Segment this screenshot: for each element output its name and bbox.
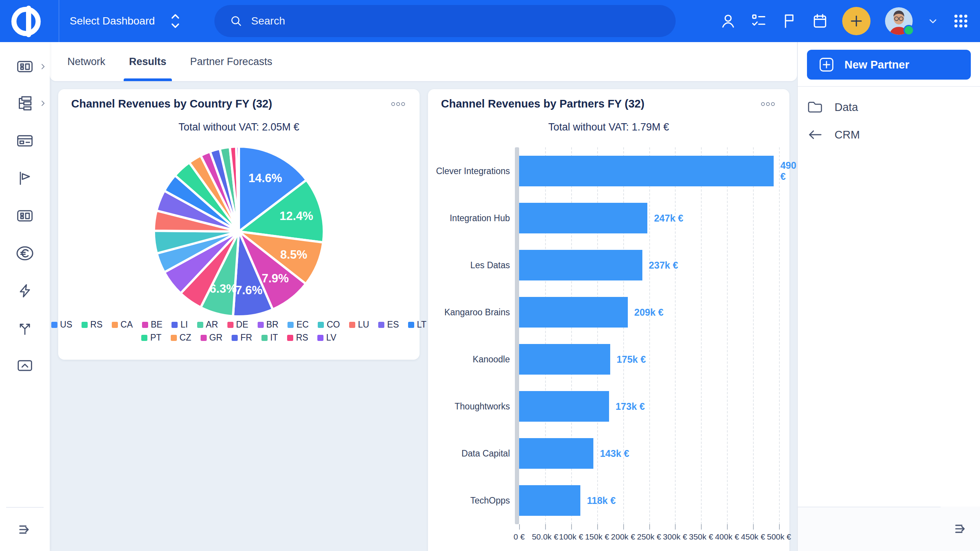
bar-value-label: 175k € xyxy=(617,354,646,365)
legend-item-LI[interactable]: LI xyxy=(172,320,188,330)
panel-item-data[interactable]: Data xyxy=(807,96,972,119)
panel-item-crm[interactable]: CRM xyxy=(807,123,972,146)
sidebar-divider xyxy=(6,507,44,508)
new-partner-button[interactable]: New Partner xyxy=(807,50,971,80)
search-input[interactable]: Search xyxy=(214,5,676,37)
user-icon[interactable] xyxy=(720,13,737,29)
legend-swatch xyxy=(51,322,57,328)
legend-swatch xyxy=(349,322,355,328)
bar-data-capital[interactable] xyxy=(519,438,593,469)
bar-techopps[interactable] xyxy=(519,485,580,516)
bar-category-label: Clever Integrations xyxy=(428,166,510,176)
sidebar-expand-button[interactable] xyxy=(0,516,50,543)
legend-item-LT[interactable]: LT xyxy=(408,320,426,330)
bar-chart-card: Channel Revenues by Partners FY (32) Tot… xyxy=(428,89,789,551)
right-panel: New Partner Data CRM xyxy=(797,42,980,551)
legend-swatch xyxy=(287,322,294,328)
arrow-left-icon xyxy=(807,128,823,141)
legend-swatch xyxy=(141,335,147,341)
legend-item-IT[interactable]: IT xyxy=(261,333,278,343)
folder-icon xyxy=(807,100,823,114)
x-axis-tick xyxy=(623,524,624,530)
pie-percent-label: 7.9% xyxy=(262,272,289,285)
add-button[interactable] xyxy=(842,7,871,35)
panel-item-label: CRM xyxy=(835,129,860,141)
gridline xyxy=(701,147,702,524)
legend-item-LU[interactable]: LU xyxy=(349,320,369,330)
search-placeholder: Search xyxy=(251,15,285,27)
bar-kanoodle[interactable] xyxy=(519,344,610,375)
bar-category-label: TechOpps xyxy=(428,496,510,506)
panel-item-label: Data xyxy=(835,101,858,114)
sidebar-item-boards[interactable] xyxy=(0,202,50,230)
legend-item-RS[interactable]: RS xyxy=(82,320,103,330)
legend-item-LV[interactable]: LV xyxy=(317,333,336,343)
legend-item-US[interactable]: US xyxy=(51,320,72,330)
calendar-icon[interactable] xyxy=(812,13,828,29)
pie-chart-card: Channel Revenues by Country FY (32) Tota… xyxy=(58,89,420,360)
legend-item-GR[interactable]: GR xyxy=(201,333,223,343)
legend-swatch xyxy=(197,322,203,328)
legend-swatch xyxy=(287,335,293,341)
legend-swatch xyxy=(258,322,264,328)
pie-percent-label: 7.6% xyxy=(235,284,263,297)
dashboard-icon xyxy=(16,59,34,74)
sidebar-item-pages[interactable] xyxy=(0,127,50,155)
x-axis-tick xyxy=(701,524,702,530)
sidebar-item-dashboards[interactable] xyxy=(0,53,50,80)
bar-category-label: Kanoodle xyxy=(428,354,510,365)
bar-thoughtworks[interactable] xyxy=(519,391,609,422)
pennant-flag-icon xyxy=(16,170,33,186)
chevron-right-icon[interactable] xyxy=(39,99,47,107)
legend-item-EC[interactable]: EC xyxy=(287,320,309,330)
bar-chart[interactable]: 0 €50.0k €100k €150k €200k €250k €300k €… xyxy=(428,89,789,551)
x-axis-tick xyxy=(753,524,754,530)
legend-item-CA[interactable]: CA xyxy=(112,320,133,330)
tree-icon xyxy=(16,95,34,111)
sidebar-item-hierarchy[interactable] xyxy=(0,90,50,117)
legend-item-BE[interactable]: BE xyxy=(142,320,163,330)
legend-item-CO[interactable]: CO xyxy=(318,320,340,330)
legend-item-RS[interactable]: RS xyxy=(287,333,308,343)
chevron-down-icon[interactable] xyxy=(927,15,939,27)
legend-item-CZ[interactable]: CZ xyxy=(171,333,191,343)
sidebar-item-routing[interactable] xyxy=(0,315,50,342)
legend-item-DE[interactable]: DE xyxy=(227,320,248,330)
tab-network[interactable]: Network xyxy=(67,42,105,81)
legend-swatch xyxy=(378,322,384,328)
apps-grid-icon[interactable] xyxy=(952,13,969,29)
tab-partner-forecasts[interactable]: Partner Forecasts xyxy=(190,42,273,81)
legend-item-ES[interactable]: ES xyxy=(378,320,399,330)
sidebar-item-campaigns[interactable] xyxy=(0,165,50,192)
legend-item-PT[interactable]: PT xyxy=(141,333,161,343)
legend-item-BR[interactable]: BR xyxy=(258,320,279,330)
chevron-right-icon[interactable] xyxy=(39,63,47,70)
avatar[interactable] xyxy=(884,7,913,36)
tab-results[interactable]: Results xyxy=(129,42,167,81)
legend-swatch xyxy=(318,322,324,328)
flag-icon[interactable] xyxy=(781,13,798,29)
legend-item-AR[interactable]: AR xyxy=(197,320,218,330)
gridline xyxy=(779,147,780,524)
app-logo-icon[interactable] xyxy=(8,4,44,39)
bar-kangaroo-brains[interactable] xyxy=(519,297,628,328)
bar-integration-hub[interactable] xyxy=(519,203,647,233)
x-axis-tick xyxy=(597,524,598,530)
bar-clever-integrations[interactable] xyxy=(519,156,774,186)
bar-les-datas[interactable] xyxy=(519,250,642,280)
more-options-icon[interactable] xyxy=(388,99,408,109)
task-list-icon[interactable] xyxy=(750,13,767,29)
x-axis-tick xyxy=(779,524,780,530)
pie-chart[interactable]: 14.6%12.4%8.5%7.9%7.6%6.3% xyxy=(58,143,420,320)
sidebar-item-automation[interactable] xyxy=(0,277,50,305)
pie-percent-label: 6.3% xyxy=(210,282,237,295)
topbar-separator xyxy=(59,0,59,42)
x-axis-tick xyxy=(545,524,546,530)
panel-collapse-button[interactable] xyxy=(941,507,980,551)
legend-swatch xyxy=(408,322,414,328)
dashboard-selector[interactable]: Select Dashboard xyxy=(70,0,182,42)
dashboard-selector-label: Select Dashboard xyxy=(70,15,155,27)
legend-item-FR[interactable]: FR xyxy=(232,333,252,343)
sidebar-item-archive[interactable] xyxy=(0,352,50,380)
sidebar-item-finance[interactable] xyxy=(0,240,50,267)
